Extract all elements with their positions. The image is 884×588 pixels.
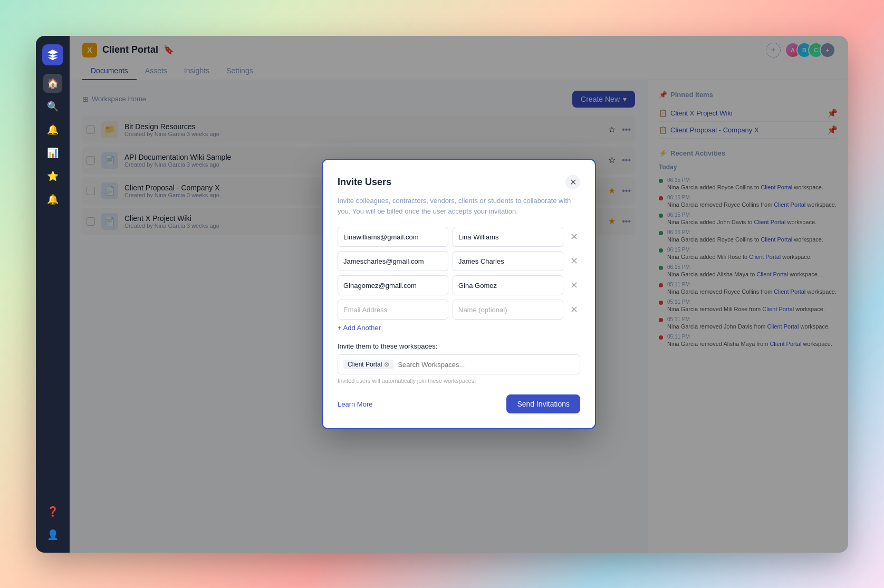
add-another-button[interactable]: + Add Another (338, 324, 381, 332)
remove-row-2-button[interactable]: ✕ (568, 255, 580, 267)
remove-row-1-button[interactable]: ✕ (568, 230, 580, 243)
sidebar-item-chart[interactable]: 📊 (43, 143, 62, 162)
sidebar-item-star[interactable]: ⭐ (43, 167, 62, 186)
remove-row-4-button[interactable]: ✕ (568, 303, 580, 316)
sidebar-item-bell[interactable]: 🔔 (43, 120, 62, 139)
modal-description: Invite colleagues, contractors, vendors,… (338, 196, 580, 216)
workspace-tag-remove[interactable]: ⊗ (384, 361, 389, 368)
name-input-3[interactable] (453, 275, 563, 295)
workspace-tag-label: Client Portal (348, 361, 382, 368)
sidebar: 🏠 🔍 🔔 📊 ⭐ 🔔 ❓ 👤 (36, 36, 70, 553)
invite-row-2: ✕ (338, 251, 580, 271)
workspace-label: Invite them to these workspaces: (338, 342, 580, 350)
send-invitations-button[interactable]: Send Invitations (506, 394, 580, 413)
app-logo (42, 44, 63, 65)
invite-row-3: ✕ (338, 275, 580, 295)
invite-users-modal: Invite Users ✕ Invite colleagues, contra… (322, 159, 596, 429)
sidebar-item-home[interactable]: 🏠 (43, 74, 62, 93)
main-content: X Client Portal 🔖 + A B C + Documents As… (70, 36, 848, 553)
app-container: 🏠 🔍 🔔 📊 ⭐ 🔔 ❓ 👤 X Client Portal 🔖 + (36, 36, 848, 553)
modal-header: Invite Users ✕ (338, 175, 580, 189)
sidebar-item-search[interactable]: 🔍 (43, 97, 62, 116)
email-input-4[interactable] (338, 300, 448, 320)
email-input-1[interactable] (338, 227, 448, 247)
workspace-search-input[interactable] (398, 361, 574, 369)
invite-row-1: ✕ (338, 227, 580, 247)
name-input-1[interactable] (453, 227, 563, 247)
sidebar-item-notification[interactable]: 🔔 (43, 190, 62, 209)
name-input-2[interactable] (453, 251, 563, 271)
modal-footer: Learn More Send Invitations (338, 394, 580, 413)
invite-row-4: ✕ (338, 300, 580, 320)
sidebar-item-user[interactable]: 👤 (43, 525, 62, 544)
modal-close-button[interactable]: ✕ (565, 175, 580, 189)
sidebar-item-help[interactable]: ❓ (43, 502, 62, 521)
email-input-3[interactable] (338, 275, 448, 295)
workspace-section: Invite them to these workspaces: Client … (338, 342, 580, 384)
learn-more-button[interactable]: Learn More (338, 400, 372, 408)
modal-overlay: Invite Users ✕ Invite colleagues, contra… (70, 36, 848, 553)
modal-title: Invite Users (338, 177, 391, 188)
workspace-tag: Client Portal ⊗ (343, 360, 393, 369)
remove-row-3-button[interactable]: ✕ (568, 279, 580, 292)
workspace-hint: Invited users will automatically join th… (338, 378, 580, 384)
workspace-input-row[interactable]: Client Portal ⊗ (338, 354, 580, 374)
add-another-label: + Add Another (338, 324, 381, 332)
email-input-2[interactable] (338, 251, 448, 271)
name-input-4[interactable] (453, 300, 563, 320)
